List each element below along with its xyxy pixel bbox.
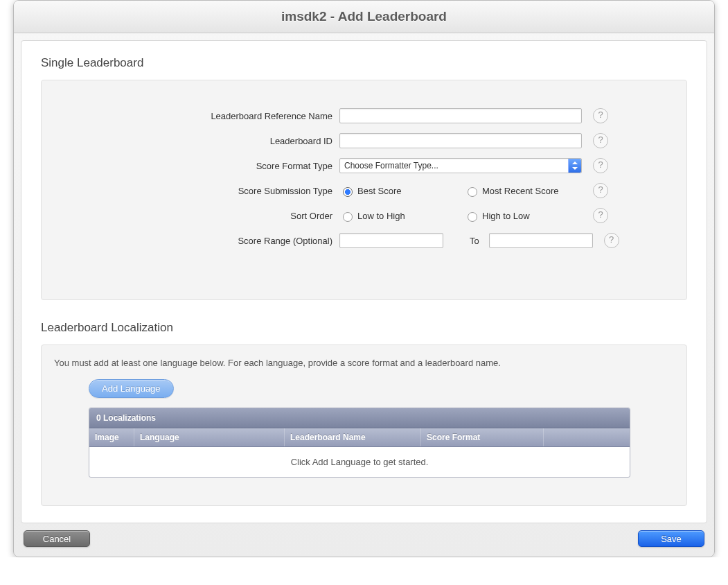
select-format-type[interactable]: Choose Formatter Type... bbox=[339, 158, 582, 173]
input-range-to[interactable] bbox=[489, 233, 593, 248]
row-submission-type: Score Submission Type Best Score Most Re… bbox=[62, 183, 666, 198]
label-ref-name: Leaderboard Reference Name bbox=[62, 111, 339, 121]
col-language: Language bbox=[134, 428, 285, 446]
localization-empty-text: Click Add Language to get started. bbox=[89, 447, 630, 477]
help-icon[interactable]: ? bbox=[593, 208, 608, 223]
localization-table: 0 Localizations Image Language Leaderboa… bbox=[89, 408, 630, 478]
row-ref-name: Leaderboard Reference Name ? bbox=[62, 108, 666, 123]
single-leaderboard-panel: Leaderboard Reference Name ? Leaderboard… bbox=[41, 80, 687, 300]
label-format-type: Score Format Type bbox=[62, 161, 339, 171]
label-lb-id: Leaderboard ID bbox=[62, 136, 339, 146]
radio-low-to-high-label: Low to High bbox=[357, 211, 405, 221]
label-submission-type: Score Submission Type bbox=[62, 186, 339, 196]
help-icon[interactable]: ? bbox=[593, 183, 608, 198]
radio-low-to-high[interactable] bbox=[343, 212, 353, 222]
label-score-range: Score Range (Optional) bbox=[62, 236, 339, 246]
section-title-localization: Leaderboard Localization bbox=[41, 321, 687, 335]
content-area: Single Leaderboard Leaderboard Reference… bbox=[21, 40, 707, 523]
row-sort-order: Sort Order Low to High High to Low ? bbox=[62, 208, 666, 223]
row-lb-id: Leaderboard ID ? bbox=[62, 133, 666, 148]
help-icon[interactable]: ? bbox=[604, 233, 619, 248]
section-title-single: Single Leaderboard bbox=[41, 56, 687, 70]
radio-best-score-label: Best Score bbox=[357, 186, 402, 196]
cancel-button[interactable]: Cancel bbox=[24, 530, 90, 547]
row-format-type: Score Format Type Choose Formatter Type.… bbox=[62, 158, 666, 173]
help-icon[interactable]: ? bbox=[593, 108, 608, 123]
chevron-updown-icon bbox=[568, 159, 581, 173]
radio-high-to-low[interactable] bbox=[468, 212, 477, 222]
localization-count-header: 0 Localizations bbox=[89, 408, 630, 428]
help-icon[interactable]: ? bbox=[593, 158, 608, 173]
input-range-from[interactable] bbox=[339, 233, 443, 248]
radio-best-score[interactable] bbox=[343, 187, 353, 197]
add-language-button[interactable]: Add Language bbox=[89, 379, 174, 398]
footer-bar: Cancel Save bbox=[14, 523, 714, 557]
localization-hint: You must add at least one language below… bbox=[54, 358, 674, 368]
col-score-format: Score Format bbox=[421, 428, 544, 446]
window-title: imsdk2 - Add Leaderboard bbox=[14, 1, 714, 33]
select-format-value: Choose Formatter Type... bbox=[344, 161, 438, 171]
radio-high-to-low-label: High to Low bbox=[482, 211, 530, 221]
label-sort-order: Sort Order bbox=[62, 211, 339, 221]
save-button[interactable]: Save bbox=[638, 530, 704, 547]
radio-most-recent-label: Most Recent Score bbox=[482, 186, 559, 196]
radio-most-recent[interactable] bbox=[468, 187, 477, 197]
label-range-to: To bbox=[470, 236, 479, 246]
input-ref-name[interactable] bbox=[339, 108, 582, 123]
help-icon[interactable]: ? bbox=[593, 133, 608, 148]
input-lb-id[interactable] bbox=[339, 133, 582, 148]
col-spacer bbox=[544, 428, 630, 446]
modal-window: imsdk2 - Add Leaderboard Single Leaderbo… bbox=[13, 0, 715, 557]
localization-panel: You must add at least one language below… bbox=[41, 344, 687, 506]
localization-columns: Image Language Leaderboard Name Score Fo… bbox=[89, 428, 630, 447]
col-image: Image bbox=[89, 428, 134, 446]
col-leaderboard-name: Leaderboard Name bbox=[285, 428, 421, 446]
row-score-range: Score Range (Optional) To ? bbox=[62, 233, 666, 248]
